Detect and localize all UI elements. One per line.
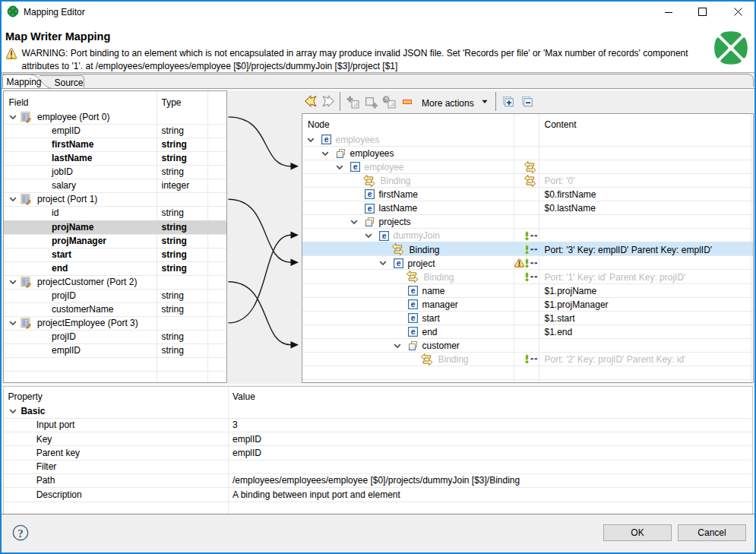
svg-text:e: e	[324, 135, 328, 144]
svg-text:e: e	[396, 258, 400, 268]
svg-text:e: e	[353, 163, 357, 172]
svg-text:e: e	[381, 231, 386, 240]
svg-text:?: ?	[17, 527, 24, 540]
svg-text:e: e	[367, 190, 372, 199]
svg-text:e: e	[367, 204, 372, 213]
svg-text:e: e	[410, 313, 415, 322]
svg-text:e: e	[410, 299, 415, 309]
svg-text:e: e	[410, 286, 415, 295]
svg-text:e: e	[410, 327, 415, 336]
